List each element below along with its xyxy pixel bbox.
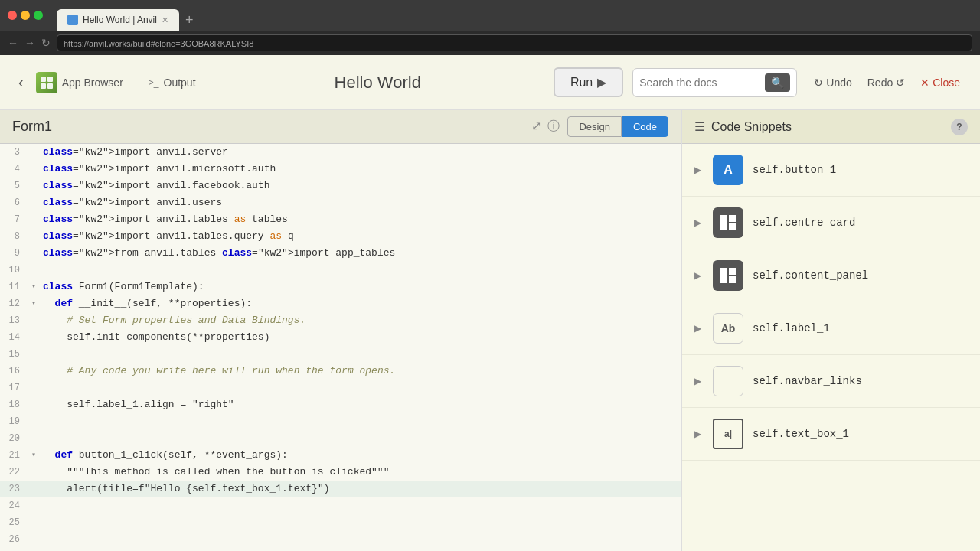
code-line-22[interactable]: 22 """This method is called when the but… — [0, 464, 681, 481]
code-line-4[interactable]: 4class="kw2">import anvil.microsoft.auth — [0, 161, 681, 178]
code-line-12[interactable]: 12▾ def __init__(self, **properties): — [0, 295, 681, 312]
app-title: Hello World — [202, 73, 554, 93]
line-arrow — [28, 380, 40, 396]
browser-tabs: Hello World | Anvil ✕ + — [57, 0, 199, 31]
code-line-10[interactable]: 10 — [0, 262, 681, 279]
line-number: 9 — [0, 245, 28, 262]
line-arrow — [28, 497, 40, 514]
line-number: 5 — [0, 178, 28, 194]
code-line-6[interactable]: 6class="kw2">import anvil.users — [0, 194, 681, 211]
snippets-header: ☰ Code Snippets ? — [682, 110, 980, 144]
code-line-18[interactable]: 18 self.label_1.align = "right" — [0, 396, 681, 413]
undo-button[interactable]: ↻ Undo — [806, 73, 859, 92]
minimize-dot[interactable] — [21, 11, 30, 20]
snippets-help-button[interactable]: ? — [951, 119, 968, 135]
code-button[interactable]: Code — [622, 116, 668, 137]
code-line-13[interactable]: 13 # Set Form properties and Data Bindin… — [0, 312, 681, 329]
expand-icon[interactable]: ⤢ — [531, 119, 541, 135]
line-content — [40, 413, 681, 430]
code-line-11[interactable]: 11▾class Form1(Form1Template): — [0, 279, 681, 295]
snippet-item[interactable]: ▶self.navbar_links — [682, 355, 980, 408]
new-tab-button[interactable]: + — [179, 9, 200, 31]
snippet-item[interactable]: ▶ self.content_panel — [682, 249, 980, 302]
code-line-3[interactable]: 3class="kw2">import anvil.server — [0, 144, 681, 161]
snippet-item[interactable]: ▶Aself.button_1 — [682, 144, 980, 197]
line-arrow — [28, 413, 40, 430]
snippets-menu-icon: ☰ — [694, 119, 705, 134]
code-line-16[interactable]: 16 # Any code you write here will run wh… — [0, 363, 681, 380]
code-line-14[interactable]: 14 self.init_components(**properties) — [0, 329, 681, 346]
toolbar-back-button[interactable]: ‹ — [12, 70, 30, 94]
search-docs-button[interactable]: 🔍 — [765, 73, 790, 92]
code-line-23[interactable]: 23 alert(title=f"Hello {self.text_box_1.… — [0, 481, 681, 497]
line-number: 6 — [0, 194, 28, 211]
line-number: 12 — [0, 295, 28, 312]
refresh-button[interactable]: ↻ — [41, 37, 51, 49]
line-number: 24 — [0, 497, 28, 514]
line-arrow — [28, 262, 40, 279]
code-line-24[interactable]: 24 — [0, 497, 681, 514]
redo-button[interactable]: Redo ↺ — [860, 73, 913, 92]
forward-button[interactable]: → — [24, 37, 35, 49]
line-content: class="kw2">import anvil.tables.query as… — [40, 228, 681, 245]
snippet-expand-icon: ▶ — [694, 165, 704, 175]
back-button[interactable]: ← — [8, 37, 18, 49]
line-arrow: ▾ — [28, 279, 40, 295]
code-line-5[interactable]: 5class="kw2">import anvil.facebook.auth — [0, 178, 681, 194]
design-button[interactable]: Design — [567, 116, 621, 137]
svg-rect-0 — [41, 77, 46, 82]
tab-close-icon[interactable]: ✕ — [162, 15, 168, 25]
line-content: # Any code you write here will run when … — [40, 363, 681, 380]
snippet-item[interactable]: ▶ self.centre_card — [682, 197, 980, 249]
code-editor[interactable]: 3class="kw2">import anvil.server4class="… — [0, 144, 681, 551]
line-content — [40, 262, 681, 279]
line-content: class="kw2">import anvil.microsoft.auth — [40, 161, 681, 178]
line-content: alert(title=f"Hello {self.text_box_1.tex… — [40, 481, 681, 497]
line-content: class Form1(Form1Template): — [40, 279, 681, 295]
line-arrow: ▾ — [28, 447, 40, 464]
code-line-15[interactable]: 15 — [0, 346, 681, 363]
search-docs-input[interactable] — [639, 77, 762, 89]
code-line-7[interactable]: 7class="kw2">import anvil.tables as tabl… — [0, 211, 681, 228]
app-toolbar: ‹ App Browser >_ Output Hello World Run … — [0, 55, 980, 110]
line-number: 16 — [0, 363, 28, 380]
line-content — [40, 380, 681, 396]
snippet-name: self.label_1 — [753, 322, 830, 334]
code-line-17[interactable]: 17 — [0, 380, 681, 396]
line-arrow — [28, 346, 40, 363]
line-content — [40, 531, 681, 548]
active-tab[interactable]: Hello World | Anvil ✕ — [57, 9, 179, 31]
code-line-20[interactable]: 20 — [0, 430, 681, 447]
play-icon: ▶ — [597, 75, 606, 90]
line-content: self.init_components(**properties) — [40, 329, 681, 346]
editor-header-icons: ⤢ ⓘ — [531, 119, 560, 135]
snippet-name: self.text_box_1 — [753, 428, 849, 440]
app-browser-button[interactable]: App Browser — [30, 69, 129, 96]
line-number: 11 — [0, 279, 28, 295]
browser-chrome: Hello World | Anvil ✕ + — [0, 0, 980, 31]
code-line-9[interactable]: 9class="kw2">from anvil.tables class="kw… — [0, 245, 681, 262]
line-arrow — [28, 245, 40, 262]
line-arrow — [28, 228, 40, 245]
line-arrow: ▾ — [28, 295, 40, 312]
snippet-item[interactable]: ▶a|self.text_box_1 — [682, 408, 980, 461]
close-dot[interactable] — [8, 11, 17, 20]
code-line-26[interactable]: 26 — [0, 531, 681, 548]
svg-rect-3 — [47, 83, 53, 89]
line-number: 7 — [0, 211, 28, 228]
svg-rect-2 — [41, 83, 46, 89]
code-line-25[interactable]: 25 — [0, 514, 681, 531]
address-bar[interactable]: https://anvil.works/build#clone=3GOBA8RK… — [57, 34, 972, 51]
code-line-8[interactable]: 8class="kw2">import anvil.tables.query a… — [0, 228, 681, 245]
close-button[interactable]: ✕ Close — [913, 73, 968, 92]
code-line-19[interactable]: 19 — [0, 413, 681, 430]
search-docs-wrapper: 🔍 — [632, 68, 797, 97]
snippets-title: Code Snippets — [711, 120, 945, 134]
line-arrow — [28, 396, 40, 413]
help-icon[interactable]: ⓘ — [547, 119, 560, 135]
run-button[interactable]: Run ▶ — [554, 67, 623, 97]
maximize-dot[interactable] — [34, 11, 43, 20]
code-line-21[interactable]: 21▾ def button_1_click(self, **event_arg… — [0, 447, 681, 464]
snippet-item[interactable]: ▶Abself.label_1 — [682, 302, 980, 355]
output-button[interactable]: >_ Output — [142, 73, 202, 92]
